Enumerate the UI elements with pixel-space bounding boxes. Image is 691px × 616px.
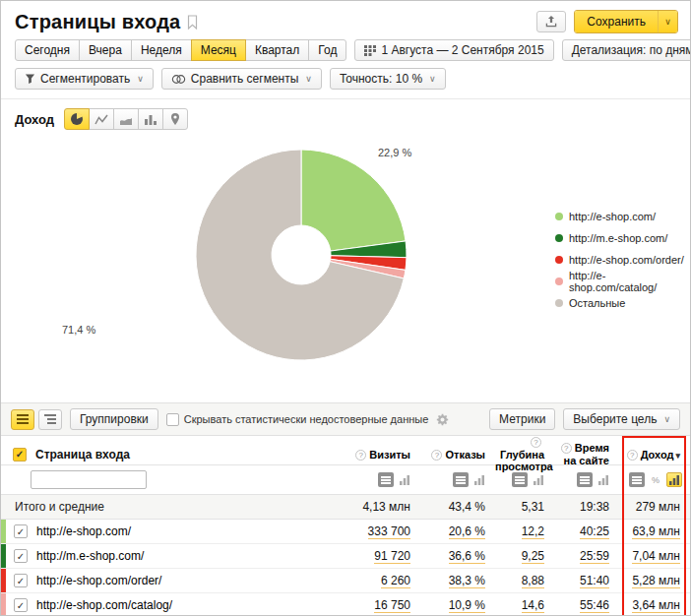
report-table: ✓ Страница входа ?Визиты ?Отказы ?Глубин… xyxy=(1,436,690,616)
hide-unreliable-checkbox-label[interactable]: Скрывать статистически недостоверные дан… xyxy=(166,413,429,426)
pie-slice[interactable] xyxy=(301,150,406,251)
row-url[interactable]: http://m.e-shop.com/ xyxy=(34,549,332,563)
revenue-value[interactable]: 7,04 млн xyxy=(632,549,680,564)
visits-value[interactable]: 91 720 xyxy=(374,549,410,564)
period-filter-row: Сегодня Вчера Неделя Месяц Квартал Год 1… xyxy=(15,39,678,61)
depth-value[interactable]: 12,2 xyxy=(522,524,544,539)
row-url[interactable]: http://e-shop.com/order/ xyxy=(34,574,332,587)
column-header-visits[interactable]: ?Визиты xyxy=(332,449,420,462)
tab-month[interactable]: Месяц xyxy=(191,39,246,61)
map-toggle[interactable] xyxy=(162,108,188,130)
compare-segments-button[interactable]: Сравнить сегменты ∨ xyxy=(161,68,322,90)
numbers-toggle-icon[interactable] xyxy=(512,472,528,487)
table-subheader-row: % xyxy=(1,465,690,495)
revenue-value[interactable]: 5,28 млн xyxy=(632,574,680,588)
row-checkbox[interactable]: ✓ xyxy=(14,574,28,587)
numbers-toggle-icon[interactable] xyxy=(629,472,645,487)
row-color-strip xyxy=(1,569,6,592)
export-icon xyxy=(544,15,558,29)
bounces-value[interactable]: 10,9 % xyxy=(449,598,485,613)
row-url[interactable]: http://e-shop.com/ xyxy=(34,524,332,538)
choose-goal-button[interactable]: Выберите цель ∨ xyxy=(563,408,680,430)
tab-quarter[interactable]: Квартал xyxy=(245,39,309,61)
detalization-button[interactable]: Детализация: по дням ∨ xyxy=(562,39,691,61)
time-value[interactable]: 25:59 xyxy=(580,549,609,564)
bounces-value[interactable]: 20,6 % xyxy=(449,524,485,539)
legend-item[interactable]: Остальные xyxy=(555,292,690,314)
column-header-time[interactable]: ?Время на сайте xyxy=(554,442,619,466)
time-value[interactable]: 51:40 xyxy=(580,574,609,588)
legend-item[interactable]: http://m.e-shop.com/ xyxy=(555,227,690,249)
entry-page-filter-input[interactable] xyxy=(31,470,147,489)
accuracy-button[interactable]: Точность: 10 % ∨ xyxy=(330,68,446,90)
column-header-depth[interactable]: ?Глубина просмотра xyxy=(495,436,554,473)
header-bar: Страницы входа Сохранить ∨ xyxy=(1,1,690,34)
row-url[interactable]: http://e-shop.com/catalog/ xyxy=(34,598,332,612)
bar-chart-toggle[interactable] xyxy=(138,108,163,130)
pie-chart-toggle[interactable] xyxy=(64,108,90,130)
date-range-button[interactable]: 1 Августа — 2 Сентября 2015 xyxy=(354,39,553,61)
area-chart-toggle[interactable] xyxy=(113,108,139,130)
info-icon: ? xyxy=(531,437,541,448)
linear-list-view-button[interactable] xyxy=(11,409,34,430)
page-title: Страницы входа xyxy=(15,11,180,33)
legend-dot xyxy=(555,234,563,242)
bounces-value[interactable]: 36,6 % xyxy=(449,549,485,564)
bars-toggle-icon[interactable] xyxy=(596,472,611,487)
numbers-toggle-icon[interactable] xyxy=(378,472,394,487)
row-checkbox[interactable]: ✓ xyxy=(14,598,28,612)
time-value[interactable]: 40:25 xyxy=(580,524,609,539)
settings-gear-icon[interactable] xyxy=(436,413,449,426)
column-header-revenue[interactable]: ?Доход▾ xyxy=(619,449,690,462)
legend-item[interactable]: http://e-shop.com/order/ xyxy=(555,249,690,271)
tree-view-button[interactable] xyxy=(38,409,62,430)
export-button[interactable] xyxy=(536,11,566,32)
bookmark-icon[interactable] xyxy=(187,15,198,30)
numbers-toggle-icon[interactable] xyxy=(453,472,469,487)
save-dropdown-button[interactable]: ∨ xyxy=(658,11,677,32)
chevron-down-icon: ∨ xyxy=(137,74,144,84)
groupings-button[interactable]: Группировки xyxy=(70,408,158,430)
table-toolbar: Группировки Скрывать статистически недос… xyxy=(1,402,690,436)
visits-value[interactable]: 333 700 xyxy=(368,524,410,539)
depth-value[interactable]: 8,88 xyxy=(522,574,544,588)
bars-toggle-icon[interactable] xyxy=(471,472,487,487)
select-all-checkbox[interactable]: ✓ xyxy=(13,448,27,462)
legend-item[interactable]: http://e-shop.com/ xyxy=(555,206,690,227)
segment-button[interactable]: Сегментировать ∨ xyxy=(15,68,154,90)
percent-toggle-icon[interactable]: % xyxy=(648,472,663,487)
visits-value[interactable]: 6 260 xyxy=(381,574,410,588)
bars-toggle-icon[interactable] xyxy=(531,472,546,487)
depth-value[interactable]: 9,25 xyxy=(522,549,544,564)
time-value[interactable]: 55:46 xyxy=(580,598,609,613)
numbers-toggle-icon[interactable] xyxy=(577,472,593,487)
revenue-value[interactable]: 63,9 млн xyxy=(632,524,680,539)
chart-metric-label: Доход xyxy=(15,112,54,127)
column-header-entry-page[interactable]: Страница входа xyxy=(35,448,130,462)
row-checkbox[interactable]: ✓ xyxy=(14,549,28,563)
bars-toggle-icon[interactable] xyxy=(397,472,412,487)
column-header-bounces[interactable]: ?Отказы xyxy=(420,449,495,462)
donut-chart xyxy=(193,147,409,363)
line-chart-toggle[interactable] xyxy=(89,108,114,130)
legend-dot xyxy=(555,213,563,220)
save-button[interactable]: Сохранить xyxy=(575,11,658,32)
metrics-button[interactable]: Метрики xyxy=(489,408,555,430)
row-checkbox[interactable]: ✓ xyxy=(14,524,28,538)
bounces-value[interactable]: 38,3 % xyxy=(449,574,485,588)
chevron-down-icon: ∨ xyxy=(664,17,671,27)
legend-item[interactable]: http://e-shop.com/catalog/ xyxy=(555,271,690,292)
visits-value[interactable]: 16 750 xyxy=(374,598,410,613)
tab-year[interactable]: Год xyxy=(308,39,346,61)
bars-toggle-icon[interactable] xyxy=(666,472,682,487)
table-header-row: ✓ Страница входа ?Визиты ?Отказы ?Глубин… xyxy=(1,436,690,465)
tab-today[interactable]: Сегодня xyxy=(15,39,80,61)
tab-week[interactable]: Неделя xyxy=(131,39,192,61)
sort-desc-icon: ▾ xyxy=(675,451,680,461)
revenue-value[interactable]: 3,64 млн xyxy=(632,598,680,613)
tab-yesterday[interactable]: Вчера xyxy=(79,39,132,61)
hide-unreliable-checkbox[interactable] xyxy=(166,413,179,426)
legend-dot xyxy=(555,299,563,307)
depth-value[interactable]: 14,6 xyxy=(522,598,544,613)
time-display-toggles xyxy=(554,472,619,487)
